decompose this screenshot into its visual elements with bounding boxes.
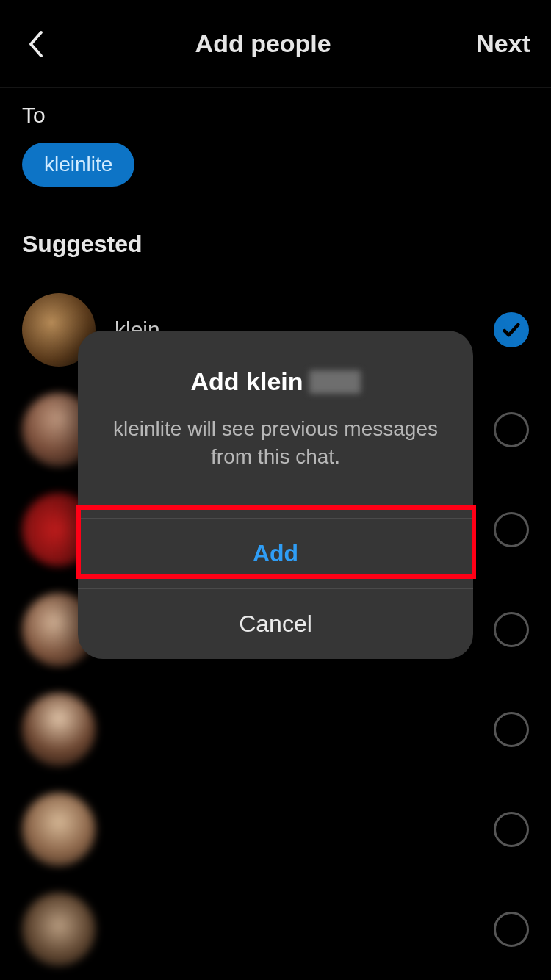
avatar — [22, 693, 96, 766]
list-item[interactable] — [22, 779, 529, 879]
dialog-title-text: Add klein — [190, 367, 303, 396]
dialog-title: Add klein — [101, 367, 450, 396]
cancel-button[interactable]: Cancel — [78, 588, 473, 659]
select-radio[interactable] — [494, 612, 529, 647]
list-item[interactable] — [22, 680, 529, 779]
back-button[interactable] — [21, 29, 50, 59]
page-title: Add people — [50, 29, 476, 58]
select-radio[interactable] — [494, 912, 529, 947]
select-radio[interactable] — [494, 512, 529, 547]
select-radio-checked[interactable] — [494, 312, 529, 347]
select-radio[interactable] — [494, 812, 529, 847]
select-radio[interactable] — [494, 412, 529, 447]
to-section: To kleinlite — [0, 88, 551, 187]
avatar — [22, 893, 96, 966]
recipient-chip[interactable]: kleinlite — [22, 143, 134, 187]
dialog-message: kleinlite will see previous messages fro… — [101, 415, 450, 471]
suggested-header: Suggested — [22, 231, 529, 258]
add-button[interactable]: Add — [78, 518, 473, 588]
dialog-content: Add klein kleinlite will see previous me… — [78, 331, 473, 518]
list-item[interactable] — [22, 879, 529, 979]
next-button[interactable]: Next — [476, 29, 530, 58]
dialog-title-blurred — [309, 370, 361, 394]
chevron-left-icon — [26, 29, 44, 59]
to-label: To — [22, 103, 529, 128]
select-radio[interactable] — [494, 712, 529, 747]
header: Add people Next — [0, 0, 551, 88]
confirm-dialog: Add klein kleinlite will see previous me… — [78, 331, 473, 659]
check-icon — [501, 320, 522, 340]
avatar — [22, 793, 96, 866]
